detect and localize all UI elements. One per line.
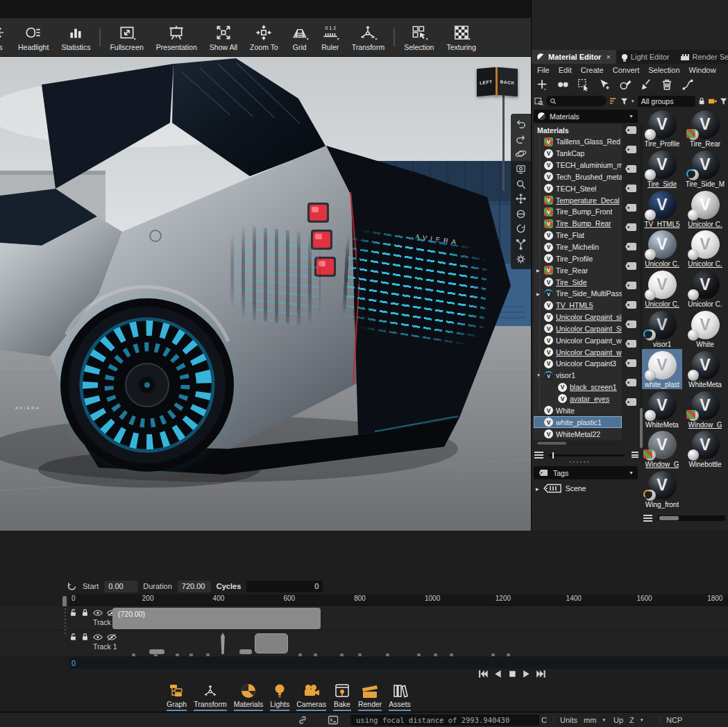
slider-thumb[interactable] bbox=[659, 516, 679, 520]
pick-material-icon[interactable] bbox=[598, 78, 611, 91]
track-row-1[interactable]: Track 1 bbox=[0, 631, 728, 657]
undo-icon[interactable] bbox=[515, 118, 527, 130]
keyframe-tick[interactable] bbox=[314, 653, 317, 656]
toolbar-zoom-to-button[interactable]: Zoom To bbox=[244, 24, 285, 51]
material-thumbnail[interactable]: WhiteMeta bbox=[642, 389, 682, 429]
coord-system-toggle[interactable]: C bbox=[541, 716, 547, 724]
material-row[interactable]: Unicolor Carpaint_si bbox=[534, 311, 622, 323]
skip-to-end-button[interactable] bbox=[535, 668, 547, 680]
preview-spheres-icon[interactable] bbox=[557, 78, 569, 91]
toolbar-grid-button[interactable]: ▼ Grid bbox=[285, 24, 315, 51]
keyframe-tick[interactable] bbox=[450, 653, 453, 656]
material-row[interactable]: white_plastic1 bbox=[534, 416, 622, 428]
material-row[interactable]: WhiteMetal22 bbox=[534, 428, 622, 440]
tab-material-editor[interactable]: Material Editor × bbox=[532, 50, 616, 64]
tag-icon[interactable] bbox=[625, 146, 636, 153]
select-objects-icon[interactable] bbox=[577, 78, 590, 91]
material-thumbnail[interactable]: WhiteMeta bbox=[685, 349, 725, 389]
material-row[interactable]: Temperature_Decal bbox=[534, 194, 622, 206]
toolbar-presentation-button[interactable]: Presentation bbox=[150, 24, 203, 51]
tag-icon[interactable] bbox=[625, 126, 636, 134]
material-row[interactable]: TECH_Steel bbox=[534, 182, 622, 194]
expand-arrow[interactable] bbox=[536, 291, 541, 296]
expand-arrow[interactable] bbox=[536, 268, 541, 273]
material-thumbnail[interactable]: TV_HTML5 bbox=[642, 189, 682, 229]
track-row-0[interactable]: Track 0 (720.00) bbox=[0, 606, 728, 631]
tag-icon[interactable] bbox=[625, 398, 636, 406]
material-row[interactable]: Tech_Brushed_metal bbox=[534, 171, 622, 183]
grid-options-icon[interactable] bbox=[643, 515, 652, 522]
dock-item-render[interactable]: Render bbox=[358, 683, 382, 711]
tag-icon[interactable] bbox=[625, 320, 636, 328]
menu-item[interactable]: Create bbox=[581, 66, 604, 74]
link-icon[interactable] bbox=[297, 715, 308, 726]
nav-cube-left-face[interactable]: LEFT bbox=[477, 67, 496, 96]
node-graph-icon[interactable] bbox=[682, 78, 694, 91]
walk-icon[interactable] bbox=[515, 208, 527, 220]
splitter-handle[interactable] bbox=[570, 461, 602, 464]
delete-icon[interactable] bbox=[661, 78, 673, 91]
play-backward-button[interactable] bbox=[492, 668, 504, 680]
tag-icon[interactable] bbox=[625, 204, 636, 212]
material-thumbnail[interactable]: Unicolor C. bbox=[642, 228, 682, 268]
group-filter-icon[interactable] bbox=[720, 97, 727, 105]
tag-icon[interactable] bbox=[625, 165, 636, 173]
keyframe-tick[interactable] bbox=[340, 653, 344, 656]
dock-item-materials[interactable]: Materials bbox=[234, 683, 264, 711]
material-row[interactable]: Tire_Side_MultiPass bbox=[534, 288, 622, 300]
toolbar-headlight-button[interactable]: Headlight bbox=[12, 24, 55, 51]
tree-zoom-slider[interactable] bbox=[548, 454, 625, 456]
animation-clip[interactable]: (720.00) bbox=[112, 608, 321, 629]
lock-icon[interactable] bbox=[698, 96, 705, 105]
material-row[interactable]: Tire_Flat bbox=[534, 230, 622, 241]
material-row[interactable]: Tire_Michelin bbox=[534, 241, 622, 253]
play-button[interactable] bbox=[520, 668, 532, 680]
dock-item-transform[interactable]: Transform bbox=[194, 683, 226, 711]
thumbnail-size-slider[interactable] bbox=[658, 515, 725, 521]
tag-icon[interactable] bbox=[625, 301, 636, 309]
material-thumbnail[interactable]: Tire_Profile bbox=[642, 108, 682, 148]
keyframe-tick[interactable] bbox=[132, 653, 135, 656]
tag-icon[interactable] bbox=[625, 243, 636, 250]
dock-item-assets[interactable]: Assets bbox=[389, 683, 411, 711]
dock-item-cameras[interactable]: Cameras bbox=[296, 683, 326, 711]
camera-view-icon[interactable] bbox=[515, 163, 527, 175]
keyframe-tick[interactable] bbox=[386, 653, 389, 656]
keyframe-tick[interactable] bbox=[358, 653, 362, 656]
toolbar-fullscreen-button[interactable]: ▼ Fullscreen bbox=[103, 24, 149, 51]
tree-horizontal-scrollbar[interactable] bbox=[536, 441, 619, 445]
path-fork-icon[interactable] bbox=[515, 238, 527, 250]
dock-item-graph[interactable]: Graph bbox=[167, 683, 187, 711]
material-thumbnail[interactable]: White bbox=[685, 309, 725, 349]
lock-icon[interactable] bbox=[81, 608, 89, 617]
keyframe-tick[interactable] bbox=[176, 653, 179, 656]
unlock-icon[interactable] bbox=[69, 608, 77, 617]
material-thumbnail[interactable]: Window_G bbox=[685, 389, 725, 429]
materials-view-dropdown[interactable]: Materials ▼ bbox=[534, 110, 638, 123]
search-options-icon[interactable] bbox=[534, 96, 543, 106]
expand-arrow[interactable]: ▶ bbox=[536, 486, 539, 491]
material-row[interactable]: White bbox=[534, 404, 622, 416]
tab-light-editor[interactable]: Light Editor bbox=[616, 50, 675, 64]
expand-arrow[interactable] bbox=[536, 373, 541, 377]
keyframe-tick[interactable] bbox=[491, 653, 495, 656]
keyframe-tick[interactable] bbox=[154, 653, 158, 656]
material-thumbnail[interactable]: white_plast bbox=[642, 349, 682, 389]
material-row[interactable]: Unicolor Carpaint3 bbox=[534, 358, 622, 370]
material-thumbnail[interactable]: Winebottle bbox=[685, 429, 725, 469]
toolbar-texturing-button[interactable]: ▼ Texturing bbox=[440, 24, 482, 51]
scrollbar-thumb[interactable] bbox=[537, 442, 566, 445]
toolbar-settings-button[interactable]: ngs bbox=[0, 24, 12, 51]
nav-cube-back-face[interactable]: BACK bbox=[498, 67, 518, 96]
cycles-field[interactable]: 0 bbox=[246, 581, 323, 592]
toolbar-selection-button[interactable]: ▼ Selection bbox=[398, 24, 440, 51]
sort-icon[interactable] bbox=[609, 97, 617, 105]
scene-tag-row[interactable]: ▶ Scene bbox=[536, 481, 640, 495]
menu-item[interactable]: File bbox=[537, 66, 550, 74]
duration-field[interactable]: 720.00 bbox=[178, 581, 211, 592]
ncp-label[interactable]: NCP bbox=[666, 716, 682, 724]
up-axis-select[interactable]: Z ▼ bbox=[629, 716, 653, 724]
viewport-3d[interactable]: 208176 22G1 bbox=[0, 57, 532, 531]
rotate-icon[interactable] bbox=[515, 223, 527, 234]
material-thumbnail[interactable]: Window_G bbox=[642, 429, 682, 469]
